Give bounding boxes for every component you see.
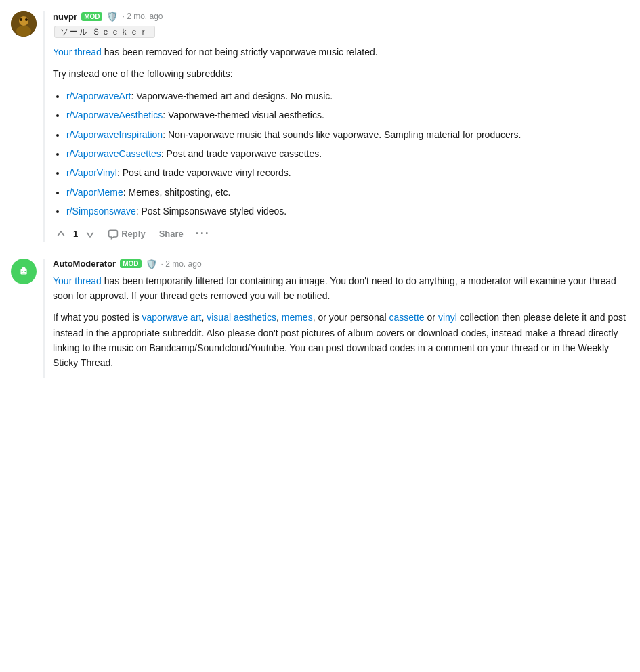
subreddit-desc-6: : Post Simpsonswave styled videos. <box>136 206 287 217</box>
subreddit-desc-1: : Vaporwave-themed visual aesthetics. <box>163 110 324 120</box>
comment-meta-automoderator: AutoModerator MOD 🛡️ · 2 mo. ago <box>53 259 629 269</box>
body-para2-mid: , or your personal <box>313 312 389 323</box>
reply-label-nuvpr: Reply <box>121 229 145 239</box>
your-thread-link-1[interactable]: Your thread <box>53 47 102 58</box>
share-button-nuvpr[interactable]: Share <box>155 226 188 242</box>
subreddit-desc-5: : Memes, shitposting, etc. <box>123 187 231 198</box>
more-options-button-nuvpr[interactable]: ··· <box>193 227 213 241</box>
comment-body-automoderator: Your thread has been temporarily filtere… <box>53 273 629 371</box>
timestamp-automoderator: · 2 mo. ago <box>161 259 202 269</box>
svg-point-1 <box>19 16 28 26</box>
timestamp-nuvpr: · 2 mo. ago <box>122 12 163 21</box>
svg-point-4 <box>25 18 28 21</box>
username-nuvpr[interactable]: nuvpr <box>53 12 77 22</box>
svg-rect-8 <box>22 267 25 268</box>
share-label-nuvpr: Share <box>159 229 184 239</box>
list-item: r/VaporMeme: Memes, shitposting, etc. <box>66 185 629 200</box>
username-automoderator[interactable]: AutoModerator <box>53 259 116 269</box>
list-item: r/VaporwaveCassettes: Post and trade vap… <box>66 146 629 161</box>
body-intro-text: has been removed for not being strictly … <box>104 47 378 58</box>
svg-point-2 <box>16 26 31 37</box>
flair-nuvpr: ソール Ｓｅｅｋｅｒ <box>54 26 155 38</box>
body-para1-text: has been temporarily filtered for contai… <box>53 275 616 301</box>
subreddit-link-0[interactable]: r/VaporwaveArt <box>66 91 131 102</box>
comment-body-nuvpr: Your thread has been removed for not bei… <box>53 45 629 219</box>
vinyl-link[interactable]: vinyl <box>438 312 457 323</box>
comment-meta-nuvpr: nuvpr MOD 🛡️ · 2 mo. ago <box>53 11 629 22</box>
subreddit-link-1[interactable]: r/VaporwaveAesthetics <box>66 110 163 120</box>
subreddit-link-5[interactable]: r/VaporMeme <box>66 187 123 198</box>
list-item: r/Simpsonswave: Post Simpsonswave styled… <box>66 204 629 219</box>
your-thread-link-2[interactable]: Your thread <box>53 275 102 286</box>
comma2: , <box>276 312 282 323</box>
subreddit-link-6[interactable]: r/Simpsonswave <box>66 206 136 217</box>
mod-badge-automoderator: MOD <box>120 259 141 268</box>
subreddit-desc-2: : Non-vaporwave music that sounds like v… <box>163 129 521 140</box>
svg-rect-11 <box>22 273 26 273</box>
subreddits-intro: Try instead one of the following subredd… <box>53 66 629 81</box>
comment-actions-nuvpr: 1 Reply Share ··· <box>53 226 629 242</box>
comment-content-automoderator: AutoModerator MOD 🛡️ · 2 mo. ago Your th… <box>43 259 629 378</box>
list-item: r/VaporwaveArt: Vaporwave-themed art and… <box>66 89 629 104</box>
memes-link[interactable]: memes <box>282 312 313 323</box>
subreddit-desc-4: : Post and trade vaporwave vinyl records… <box>117 167 291 178</box>
subreddit-link-2[interactable]: r/VaporwaveInspiration <box>66 129 163 140</box>
vaporwave-art-link[interactable]: vaporwave art <box>142 312 202 323</box>
subreddit-link-4[interactable]: r/VaporVinyl <box>66 167 117 178</box>
visual-aesthetics-link[interactable]: visual aesthetics <box>207 312 276 323</box>
vote-count-nuvpr: 1 <box>72 229 79 239</box>
mod-badge-nuvpr: MOD <box>81 12 102 21</box>
list-item: r/VaporwaveInspiration: Non-vaporwave mu… <box>66 127 629 142</box>
cassette-link[interactable]: cassette <box>389 312 425 323</box>
downvote-button-nuvpr[interactable] <box>82 226 98 242</box>
subreddit-desc-3: : Post and trade vaporwave cassettes. <box>161 148 322 159</box>
svg-point-9 <box>22 270 23 271</box>
shield-icon-nuvpr: 🛡️ <box>106 11 118 22</box>
avatar-nuvpr <box>11 11 37 37</box>
body-para2-prefix: If what you posted is <box>53 312 142 323</box>
subreddit-desc-0: : Vaporwave-themed art and designs. No m… <box>131 91 333 102</box>
list-item: r/VaporVinyl: Post and trade vaporwave v… <box>66 165 629 180</box>
shield-icon-automoderator: 🛡️ <box>146 259 157 269</box>
avatar-automoderator <box>11 259 37 284</box>
svg-point-3 <box>20 18 22 21</box>
svg-point-10 <box>24 270 26 271</box>
list-item: r/VaporwaveAesthetics: Vaporwave-themed … <box>66 108 629 122</box>
comment-nuvpr: nuvpr MOD 🛡️ · 2 mo. ago ソール Ｓｅｅｋｅｒ Your… <box>11 11 629 242</box>
comment-content-nuvpr: nuvpr MOD 🛡️ · 2 mo. ago ソール Ｓｅｅｋｅｒ Your… <box>43 11 629 242</box>
comment-automoderator: AutoModerator MOD 🛡️ · 2 mo. ago Your th… <box>11 259 629 378</box>
subreddit-link-3[interactable]: r/VaporwaveCassettes <box>66 148 161 159</box>
reply-button-nuvpr[interactable]: Reply <box>104 226 149 242</box>
vote-section-nuvpr: 1 <box>53 226 98 242</box>
subreddits-list: r/VaporwaveArt: Vaporwave-themed art and… <box>66 89 629 219</box>
or-text: or <box>425 312 438 323</box>
upvote-button-nuvpr[interactable] <box>53 226 69 242</box>
